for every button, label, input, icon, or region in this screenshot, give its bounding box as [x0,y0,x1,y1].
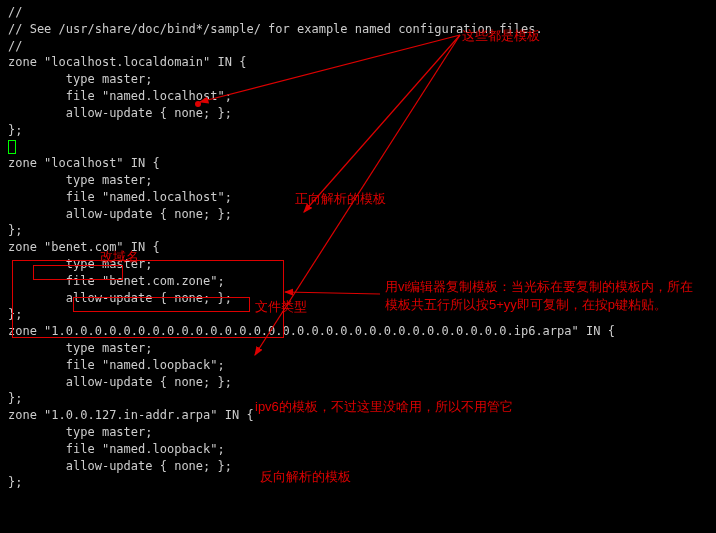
line-33: }; [8,474,708,491]
annotation-forward: 正向解析的模板 [295,190,386,208]
line-1: // [8,4,708,21]
line-32: allow-update { none; }; [8,458,708,475]
line-10 [8,138,708,155]
line-11: zone "localhost" IN { [8,155,708,172]
annotation-vi: 用vi编辑器复制模板：当光标在要复制的模板内，所在模板共五行所以按5+yy即可复… [385,278,705,314]
arrow-head-dot [195,101,201,107]
line-2: // See /usr/share/doc/bind*/sample/ for … [8,21,708,38]
line-6: type master; [8,71,708,88]
line-23: zone "1.0.0.0.0.0.0.0.0.0.0.0.0.0.0.0.0.… [8,323,708,340]
cursor-icon [8,140,16,154]
line-5: zone "localhost.localdomain" IN { [8,54,708,71]
annotation-templates: 这些都是模板 [462,27,540,45]
line-30: type master; [8,424,708,441]
line-24: type master; [8,340,708,357]
annotation-reverse: 反向解析的模板 [260,468,351,486]
line-9: }; [8,122,708,139]
annotation-domain: 改域名 [100,248,139,266]
line-25: file "named.loopback"; [8,357,708,374]
line-26: allow-update { none; }; [8,374,708,391]
annotation-filetype: 文件类型 [255,298,307,316]
line-15: }; [8,222,708,239]
line-3: // [8,38,708,55]
line-8: allow-update { none; }; [8,105,708,122]
line-7: file "named.localhost"; [8,88,708,105]
annotation-ipv6: ipv6的模板，不过这里没啥用，所以不用管它 [255,398,513,416]
line-12: type master; [8,172,708,189]
line-31: file "named.loopback"; [8,441,708,458]
